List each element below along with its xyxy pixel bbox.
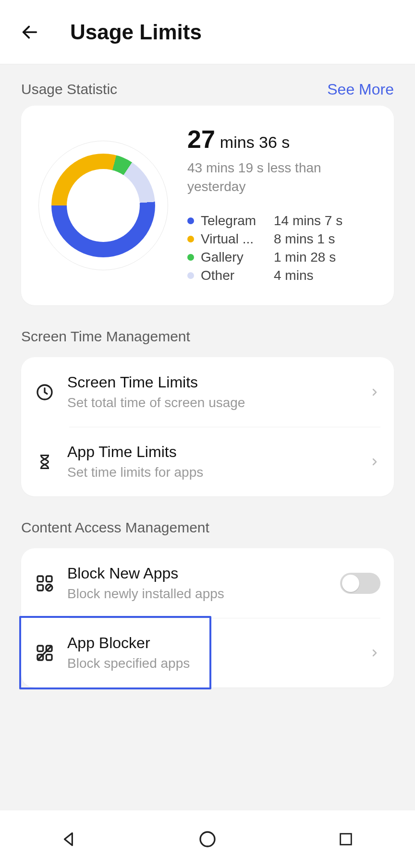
hourglass-icon: [34, 451, 56, 473]
usage-compare-text: 43 mins 19 s less than yesterday: [187, 158, 331, 196]
list-item-title: Block New Apps: [67, 565, 340, 582]
legend-dot-icon: [187, 272, 194, 279]
svg-line-6: [47, 585, 51, 590]
legend-dot-icon: [187, 254, 194, 261]
page-title: Usage Limits: [70, 20, 202, 44]
triangle-back-icon: [60, 830, 78, 848]
screen-time-mgmt-label: Screen Time Management: [21, 328, 394, 345]
svg-rect-14: [341, 834, 352, 845]
chevron-right-icon: [369, 456, 380, 468]
screen-time-mgmt-card: Screen Time LimitsSet total time of scre…: [21, 357, 394, 496]
legend-value: 1 min 28 s: [274, 250, 336, 265]
legend-value: 4 mins: [274, 268, 313, 283]
clock-icon: [34, 381, 56, 403]
svg-rect-4: [37, 585, 43, 591]
see-more-link[interactable]: See More: [327, 81, 394, 98]
content-access-mgmt-card: Block New AppsBlock newly installed apps…: [21, 548, 394, 687]
svg-rect-10: [46, 654, 52, 660]
list-item-subtitle: Block newly installed apps: [67, 586, 340, 602]
usage-statistic-label: Usage Statistic: [21, 81, 117, 97]
toggle-switch[interactable]: [340, 573, 380, 594]
system-nav-bar: [0, 810, 415, 868]
legend-name: Telegram: [201, 213, 268, 229]
circle-home-icon: [198, 830, 217, 849]
apps-slash-icon: [34, 642, 56, 664]
legend-dot-icon: [187, 217, 194, 224]
content-access-mgmt-label: Content Access Management: [21, 519, 394, 536]
usage-statistic-card[interactable]: 27 mins 36 s 43 mins 19 s less than yest…: [21, 106, 394, 305]
square-recent-icon: [338, 831, 354, 847]
nav-home-button[interactable]: [193, 825, 222, 854]
screen-time-item-screen-time-limits[interactable]: Screen Time LimitsSet total time of scre…: [21, 357, 394, 427]
legend-name: Gallery: [201, 250, 268, 265]
legend-name: Virtual ...: [201, 231, 268, 247]
app-header: Usage Limits: [0, 0, 415, 64]
content-access-item-app-blocker[interactable]: App BlockerBlock specified apps: [21, 618, 394, 687]
nav-back-button[interactable]: [55, 825, 84, 854]
chevron-right-icon: [369, 386, 380, 398]
apps-block-icon: [34, 572, 56, 594]
list-item-title: App Blocker: [67, 634, 369, 652]
nav-recent-button[interactable]: [331, 825, 360, 854]
legend-row: Telegram14 mins 7 s: [187, 213, 377, 229]
svg-rect-3: [46, 576, 52, 582]
usage-legend: Telegram14 mins 7 sVirtual ...8 mins 1 s…: [187, 213, 377, 283]
list-item-title: Screen Time Limits: [67, 374, 369, 391]
legend-row: Virtual ...8 mins 1 s: [187, 231, 377, 247]
legend-row: Gallery1 min 28 s: [187, 250, 377, 265]
svg-rect-2: [37, 576, 43, 582]
screen-time-item-app-time-limits[interactable]: App Time LimitsSet time limits for apps: [21, 427, 394, 496]
legend-name: Other: [201, 268, 268, 283]
list-item-subtitle: Set time limits for apps: [67, 465, 369, 480]
svg-rect-7: [37, 646, 43, 651]
chevron-right-icon: [369, 647, 380, 659]
list-item-subtitle: Block specified apps: [67, 656, 369, 671]
list-item-title: App Time Limits: [67, 443, 369, 461]
svg-point-13: [200, 832, 215, 846]
usage-donut-chart: [38, 141, 168, 270]
svg-marker-12: [65, 833, 73, 845]
legend-value: 14 mins 7 s: [274, 213, 342, 229]
list-item-subtitle: Set total time of screen usage: [67, 395, 369, 410]
arrow-left-icon: [20, 23, 39, 42]
svg-line-11: [37, 646, 52, 660]
content-access-item-block-new-apps[interactable]: Block New AppsBlock newly installed apps: [21, 548, 394, 618]
total-usage-time: 27 mins 36 s: [187, 125, 377, 154]
legend-row: Other4 mins: [187, 268, 377, 283]
legend-dot-icon: [187, 236, 194, 242]
legend-value: 8 mins 1 s: [274, 231, 335, 247]
back-button[interactable]: [19, 22, 40, 43]
